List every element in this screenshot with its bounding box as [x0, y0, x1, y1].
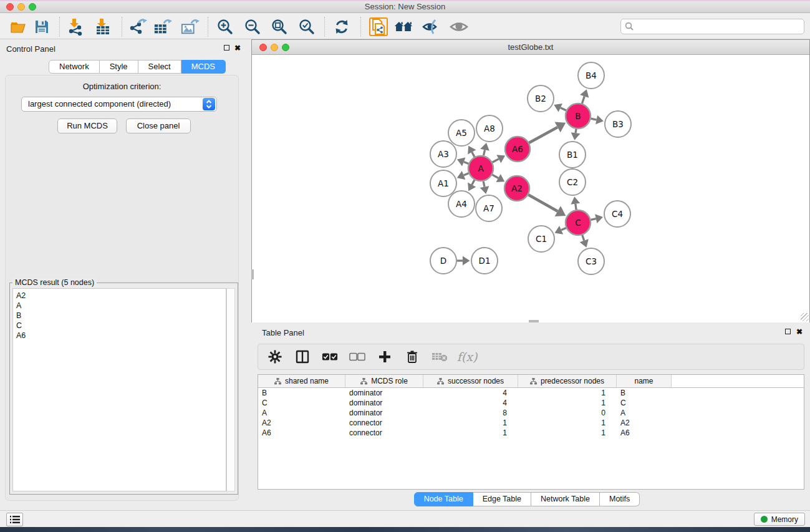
network-canvas[interactable]: B4B2BB3A8A5A6A3B1AA1C2A2A4A7C4CC1DD1C3 [252, 56, 809, 322]
memory-button[interactable]: Memory [754, 513, 805, 526]
edge-A-A7[interactable] [483, 181, 485, 187]
zoom-fit-icon[interactable] [270, 17, 289, 36]
table-cell: A6 [258, 428, 345, 438]
column-header-predecessor-nodes[interactable]: predecessor nodes [518, 375, 617, 387]
settings-gear-icon[interactable] [267, 349, 283, 365]
edge-B-B3[interactable] [591, 118, 597, 120]
export-network-icon[interactable] [128, 17, 147, 36]
network-vscrollbar[interactable] [251, 269, 254, 279]
tab-mcds[interactable]: MCDS [181, 60, 226, 74]
edge-B-B1[interactable] [576, 129, 576, 133]
deselect-all-icon[interactable] [349, 349, 365, 365]
edge-A-A6[interactable] [493, 159, 499, 162]
network-frame-titlebar[interactable]: testGlobe.txt [252, 40, 809, 55]
task-history-button[interactable] [6, 513, 23, 526]
table-row[interactable]: Bdominator41B [258, 388, 804, 398]
edge-A-A2[interactable] [492, 175, 498, 178]
zoom-selected-icon[interactable] [297, 17, 316, 36]
float-panel-icon[interactable] [224, 45, 229, 51]
graph-node-label: B2 [535, 94, 546, 104]
resize-grip[interactable] [801, 313, 809, 321]
refresh-icon[interactable] [332, 17, 351, 36]
network-hscrollbar[interactable] [529, 320, 539, 322]
function-builder-icon[interactable]: f(x) [459, 349, 475, 365]
column-header-name[interactable]: name [617, 375, 672, 387]
delete-table-icon[interactable] [432, 349, 448, 365]
result-scrollbar[interactable] [226, 288, 235, 491]
table-cell: A6 [617, 428, 672, 438]
show-panels-icon[interactable] [450, 17, 468, 36]
tab-node-table[interactable]: Node Table [414, 492, 473, 506]
table-row[interactable]: Cdominator41C [258, 398, 804, 408]
table-cell: A [617, 408, 672, 418]
edge-A-A3[interactable] [464, 162, 469, 164]
table-cell: dominator [345, 408, 423, 418]
edge-A-A4[interactable] [472, 180, 475, 185]
open-session-icon[interactable] [9, 17, 28, 36]
tab-motifs[interactable]: Motifs [600, 492, 640, 506]
column-layout-icon[interactable] [294, 349, 311, 365]
edge-B-B4[interactable] [582, 96, 584, 104]
edge-C-C3[interactable] [582, 235, 584, 241]
network-graph[interactable]: B4B2BB3A8A5A6A3B1AA1C2A2A4A7C4CC1DD1C3 [252, 56, 809, 322]
import-table-icon[interactable] [94, 17, 112, 36]
edge-A-A5[interactable] [472, 152, 475, 157]
tab-select[interactable]: Select [138, 60, 181, 74]
node-table[interactable]: shared nameMCDS rolesuccessor nodesprede… [258, 374, 804, 490]
share-documents-icon[interactable] [369, 17, 388, 36]
mcds-result-item[interactable]: A [16, 301, 226, 311]
table-close-icon[interactable]: ✖ [796, 329, 803, 335]
table-cell: B [258, 388, 345, 398]
hide-panels-icon[interactable] [422, 17, 440, 36]
column-header-successor-nodes[interactable]: successor nodes [423, 375, 518, 387]
tab-edge-table[interactable]: Edge Table [473, 492, 531, 506]
edge-C-C4[interactable] [591, 219, 595, 220]
mcds-result-item[interactable]: A2 [16, 291, 226, 301]
tab-network-table[interactable]: Network Table [531, 492, 600, 506]
status-bar: Memory [0, 510, 810, 527]
edge-A-A8[interactable] [483, 150, 485, 155]
zoom-out-icon[interactable] [243, 17, 262, 36]
table-row[interactable]: A2connector11A2 [258, 418, 804, 428]
close-panel-icon[interactable]: ✖ [234, 45, 241, 51]
edge-C-C1[interactable] [561, 228, 566, 230]
mcds-result-list[interactable]: A2ABCA6 [12, 288, 226, 491]
home-icon[interactable] [394, 17, 413, 36]
tab-style[interactable]: Style [100, 60, 138, 74]
search-field[interactable] [620, 19, 804, 34]
export-image-icon[interactable] [181, 17, 200, 36]
column-header-shared-name[interactable]: shared name [258, 375, 345, 387]
tab-network[interactable]: Network [49, 60, 100, 74]
control-panel-tabs: NetworkStyleSelectMCDS [49, 60, 226, 74]
edge-A-A1[interactable] [464, 173, 469, 175]
column-header-label: predecessor nodes [541, 377, 604, 385]
search-input[interactable] [634, 22, 804, 31]
namespace-icon [437, 378, 444, 385]
edge-B-B2[interactable] [561, 108, 566, 110]
table-float-icon[interactable] [785, 329, 791, 334]
import-network-icon[interactable] [66, 17, 85, 36]
run-mcds-button[interactable]: Run MCDS [57, 118, 117, 133]
table-row[interactable]: A6connector11A6 [258, 428, 804, 438]
mcds-result-item[interactable]: C [16, 321, 226, 331]
mcds-result-item[interactable]: A6 [16, 331, 226, 341]
graph-node-label: C1 [536, 234, 547, 244]
delete-column-icon[interactable] [404, 349, 420, 365]
select-all-icon[interactable] [322, 349, 338, 365]
zoom-in-icon[interactable] [216, 17, 234, 36]
export-table-icon[interactable] [153, 17, 172, 36]
table-row[interactable]: Adominator80A [258, 408, 804, 418]
graph-node-label: A6 [512, 144, 523, 154]
edge-A2-C[interactable] [528, 195, 557, 211]
close-panel-button[interactable]: Close panel [126, 118, 191, 133]
optimization-criterion-select[interactable]: largest connected component (directed) [21, 97, 217, 112]
edge-A6-B[interactable] [529, 127, 557, 143]
column-header-MCDS-role[interactable]: MCDS role [345, 375, 423, 387]
add-column-icon[interactable] [377, 349, 393, 365]
save-session-icon[interactable] [32, 17, 51, 36]
edge-C-C2[interactable] [576, 204, 576, 210]
mcds-result-item[interactable]: B [16, 311, 226, 321]
select-stepper-icon [203, 98, 215, 110]
graph-node-label: B4 [586, 70, 597, 80]
table-cell: A2 [258, 418, 345, 428]
